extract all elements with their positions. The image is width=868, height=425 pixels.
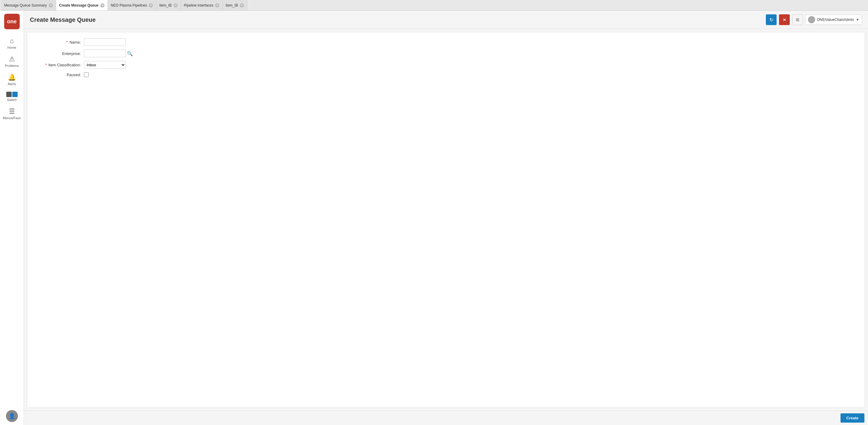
user-dropdown[interactable]: ONEiValueChainAdmin ▼ <box>805 14 862 25</box>
tab-label: NEO Plasma Pipelines <box>111 3 147 7</box>
sidebar-item-home[interactable]: ⌂ Home <box>0 34 24 52</box>
required-indicator-2: * <box>45 63 46 67</box>
paused-label: Paused: <box>36 72 84 77</box>
home-icon: ⌂ <box>10 37 14 45</box>
chevron-down-icon: ▼ <box>856 18 859 22</box>
menus-icon: ☰ <box>9 108 15 115</box>
tab-create-message-queue[interactable]: Create Message Queue ✕ <box>56 0 108 10</box>
tab-neo-plasma-pipelines[interactable]: NEO Plasma Pipelines ✕ <box>108 0 156 10</box>
content-area: Create Message Queue ↻ ✕ ≡ ONEiValueChai… <box>24 11 868 425</box>
sidebar-item-label: Problems <box>5 64 19 67</box>
enterprise-row: Enterprise: 🔍 <box>36 50 856 57</box>
app-logo[interactable]: one <box>4 14 20 29</box>
tab-label: Pipeline Interfaces <box>184 3 214 7</box>
tab-label: Create Message Queue <box>59 3 99 7</box>
sidebar: one ⌂ Home ⚠ Problems 🔔 Alerts Switch ☰ … <box>0 11 24 425</box>
enterprise-input[interactable] <box>84 50 126 57</box>
switch-icon <box>6 92 18 97</box>
sidebar-item-label: Switch <box>7 98 17 101</box>
tab-message-queue-summary[interactable]: Message Queue Summary ✕ <box>1 0 56 10</box>
sidebar-item-label: Alerts <box>7 82 16 86</box>
page-title: Create Message Queue <box>30 17 96 23</box>
enterprise-search-button[interactable]: 🔍 <box>127 51 133 56</box>
item-classification-label: * Item Classification: <box>36 63 84 67</box>
menu-button[interactable]: ≡ <box>792 14 803 25</box>
main-layout: one ⌂ Home ⚠ Problems 🔔 Alerts Switch ☰ … <box>0 11 868 425</box>
paused-row: Paused: <box>36 72 856 77</box>
close-page-button[interactable]: ✕ <box>779 14 790 25</box>
form-body: * Name: Enterprise: 🔍 * <box>27 32 865 87</box>
tab-close-6[interactable]: ✕ <box>240 3 244 7</box>
avatar-icon: 👤 <box>9 413 15 419</box>
tab-close-2[interactable]: ✕ <box>100 3 104 7</box>
create-button[interactable]: Create <box>840 413 864 423</box>
sidebar-item-problems[interactable]: ⚠ Problems <box>0 52 24 70</box>
header-actions: ↻ ✕ ≡ ONEiValueChainAdmin ▼ <box>766 14 862 25</box>
search-icon: 🔍 <box>127 51 133 56</box>
tab-label: Item_IB <box>159 3 172 7</box>
page-header: Create Message Queue ↻ ✕ ≡ ONEiValueChai… <box>24 11 868 29</box>
tab-close-4[interactable]: ✕ <box>174 3 178 7</box>
page-footer: Create <box>24 411 868 425</box>
form-container: * Name: Enterprise: 🔍 * <box>27 32 865 408</box>
required-indicator: * <box>66 40 68 44</box>
user-avatar-small <box>808 16 815 23</box>
refresh-icon: ↻ <box>769 17 773 23</box>
close-icon: ✕ <box>782 17 786 23</box>
enterprise-label: Enterprise: <box>36 51 84 56</box>
item-classification-row: * Item Classification: Inbox Outbox Both <box>36 61 856 69</box>
sidebar-item-menus[interactable]: ☰ Menus/Favs <box>0 104 24 123</box>
tab-close-5[interactable]: ✕ <box>215 3 219 7</box>
paused-checkbox[interactable] <box>84 72 89 77</box>
name-label: * Name: <box>36 40 84 44</box>
user-avatar[interactable]: 👤 <box>6 410 18 422</box>
tab-close-1[interactable]: ✕ <box>49 3 53 7</box>
alerts-icon: 🔔 <box>8 73 16 81</box>
sidebar-bottom: 👤 <box>6 410 18 422</box>
tab-close-3[interactable]: ✕ <box>149 3 153 7</box>
tab-label: Item_IB <box>225 3 238 7</box>
sidebar-item-label: Home <box>7 46 16 49</box>
tab-item-ib-1[interactable]: Item_IB ✕ <box>156 0 181 10</box>
name-input[interactable] <box>84 38 126 46</box>
hamburger-icon: ≡ <box>796 17 799 23</box>
name-row: * Name: <box>36 38 856 46</box>
sidebar-item-alerts[interactable]: 🔔 Alerts <box>0 70 24 89</box>
user-name: ONEiValueChainAdmin <box>817 18 854 22</box>
tab-pipeline-interfaces[interactable]: Pipeline Interfaces ✕ <box>181 0 223 10</box>
tab-item-ib-2[interactable]: Item_IB ✕ <box>222 0 247 10</box>
tab-bar: Message Queue Summary ✕ Create Message Q… <box>0 0 868 11</box>
sidebar-item-switch[interactable]: Switch <box>0 89 24 104</box>
problems-icon: ⚠ <box>9 55 15 63</box>
tab-label: Message Queue Summary <box>4 3 47 7</box>
refresh-button[interactable]: ↻ <box>766 14 777 25</box>
sidebar-item-label: Menus/Favs <box>3 116 21 120</box>
item-classification-select[interactable]: Inbox Outbox Both <box>84 61 126 69</box>
